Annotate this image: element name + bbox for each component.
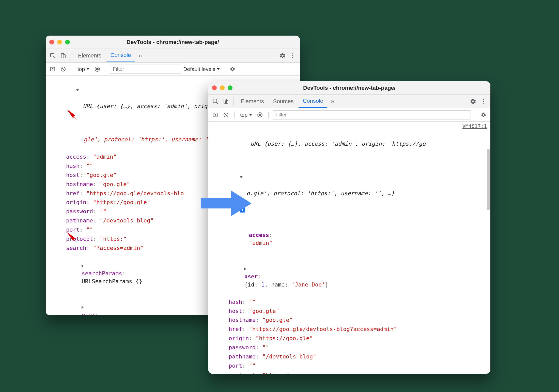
prop-key: origin: [66, 199, 86, 205]
prop-value: "goo.gle": [249, 308, 279, 314]
property-row: pathname: "/devtools-blog": [208, 352, 490, 361]
prop-key: host: [66, 172, 80, 178]
chevron-down-icon: [86, 68, 89, 70]
prop-key: hash: [66, 163, 80, 169]
zoom-icon[interactable]: [228, 85, 232, 90]
tab-elements[interactable]: Elements: [74, 49, 105, 62]
prop-key: href: [229, 326, 242, 332]
property-row: protocol: "https:": [208, 370, 490, 374]
expand-toggle-icon[interactable]: [240, 174, 245, 180]
prop-value: "https:": [100, 236, 127, 242]
clear-console-icon[interactable]: [59, 65, 68, 73]
kebab-icon[interactable]: [288, 51, 297, 60]
device-toggle-icon[interactable]: [221, 97, 230, 106]
gear-icon[interactable]: [479, 111, 488, 119]
prop-value: "?access=admin": [93, 245, 144, 251]
chevron-down-icon: [249, 114, 252, 116]
property-row: host: "goo.gle": [208, 307, 490, 316]
prop-key: searchParams: [82, 270, 122, 277]
live-expression-icon[interactable]: [256, 111, 264, 119]
property-row: port: "": [208, 361, 490, 370]
tab-console[interactable]: Console: [106, 49, 135, 62]
filter-input[interactable]: [110, 65, 181, 74]
prop-value: "https://goo.gle/devtools-blo: [86, 190, 184, 197]
more-tabs-button[interactable]: »: [328, 98, 337, 105]
prop-value: "goo.gle": [86, 172, 116, 178]
console-toolbar: top Default levels: [46, 63, 300, 76]
context-selector[interactable]: top: [239, 112, 254, 118]
clear-console-icon[interactable]: [222, 111, 230, 119]
svg-point-14: [483, 101, 484, 102]
prop-key: hash: [229, 299, 242, 305]
expand-toggle-icon[interactable]: [76, 87, 81, 93]
gear-icon[interactable]: [228, 65, 237, 73]
filter-input[interactable]: [273, 110, 471, 119]
devtools-window-after: DevTools - chrome://new-tab-page/ Elemen…: [208, 81, 490, 374]
prop-value: "admin": [93, 154, 117, 160]
svg-point-19: [259, 114, 261, 116]
gear-icon[interactable]: [469, 97, 478, 106]
tab-elements[interactable]: Elements: [237, 95, 268, 108]
live-expression-icon[interactable]: [93, 65, 102, 73]
svg-point-13: [483, 99, 484, 100]
console-output[interactable]: VM4817:1 URL {user: {…}, access: 'admin'…: [208, 122, 490, 374]
prop-key: search: [66, 245, 86, 251]
object-summary[interactable]: URL {user: {…}, access: 'admin', origin:…: [224, 141, 426, 155]
svg-rect-1: [61, 53, 64, 58]
close-icon[interactable]: [212, 85, 217, 90]
expand-toggle-icon[interactable]: [82, 262, 86, 268]
callout-arrow-icon: [66, 231, 79, 244]
source-link[interactable]: VM4817:1: [462, 123, 487, 129]
expand-toggle-icon[interactable]: [82, 304, 86, 310]
close-icon[interactable]: [49, 40, 54, 44]
prop-value: "": [249, 299, 256, 305]
prop-key: hostname: [229, 317, 256, 323]
device-toggle-icon[interactable]: [58, 51, 68, 60]
property-row: hostname: "goo.gle": [208, 315, 490, 325]
svg-point-15: [483, 103, 484, 104]
prop-value: "": [86, 227, 93, 233]
chevron-down-icon: [217, 68, 220, 70]
prop-value: "https://goo.gle/devtools-blog?access=ad…: [249, 326, 397, 332]
prop-key: host: [229, 308, 242, 314]
context-selector[interactable]: top: [76, 66, 91, 72]
inspect-icon[interactable]: [211, 97, 220, 106]
svg-rect-6: [51, 67, 55, 71]
context-label: top: [77, 66, 85, 72]
prop-key: access: [66, 154, 86, 160]
svg-point-9: [96, 68, 98, 70]
zoom-icon[interactable]: [65, 40, 70, 44]
prop-key: href: [66, 190, 80, 197]
tab-console[interactable]: Console: [299, 95, 327, 108]
scrollbar[interactable]: [487, 149, 490, 372]
property-row: origin: "https://goo.gle": [208, 334, 490, 343]
prop-value: "goo.gle": [262, 317, 292, 323]
svg-point-5: [292, 57, 293, 58]
expand-toggle-icon[interactable]: [244, 265, 248, 272]
tab-sources[interactable]: Sources: [269, 95, 298, 108]
prop-value[interactable]: {id: 1, name: 'Jane Doe'}: [244, 281, 328, 288]
property-row: password: "": [208, 343, 490, 352]
svg-rect-2: [63, 55, 65, 58]
window-title: DevTools - chrome://new-tab-page/: [208, 85, 490, 91]
titlebar[interactable]: DevTools - chrome://new-tab-page/: [208, 81, 490, 95]
svg-rect-11: [224, 99, 226, 104]
scrollbar-thumb[interactable]: [487, 149, 490, 210]
log-levels-selector[interactable]: Default levels: [183, 66, 220, 72]
minimize-icon[interactable]: [57, 40, 62, 44]
levels-label: Default levels: [183, 66, 215, 72]
minimize-icon[interactable]: [220, 85, 225, 90]
more-tabs-button[interactable]: »: [136, 52, 144, 59]
gear-icon[interactable]: [278, 51, 287, 60]
sidebar-toggle-icon[interactable]: [211, 111, 220, 119]
titlebar[interactable]: DevTools - chrome://new-tab-page/: [46, 36, 300, 49]
property-row: hash: "": [208, 297, 490, 307]
kebab-icon[interactable]: [479, 97, 488, 106]
prop-key: protocol: [229, 372, 256, 374]
prop-value[interactable]: URLSearchParams {}: [82, 278, 142, 284]
prop-key: password: [66, 208, 93, 215]
sidebar-toggle-icon[interactable]: [48, 65, 57, 73]
svg-point-4: [292, 55, 293, 56]
svg-rect-12: [226, 100, 228, 104]
inspect-icon[interactable]: [48, 51, 57, 60]
